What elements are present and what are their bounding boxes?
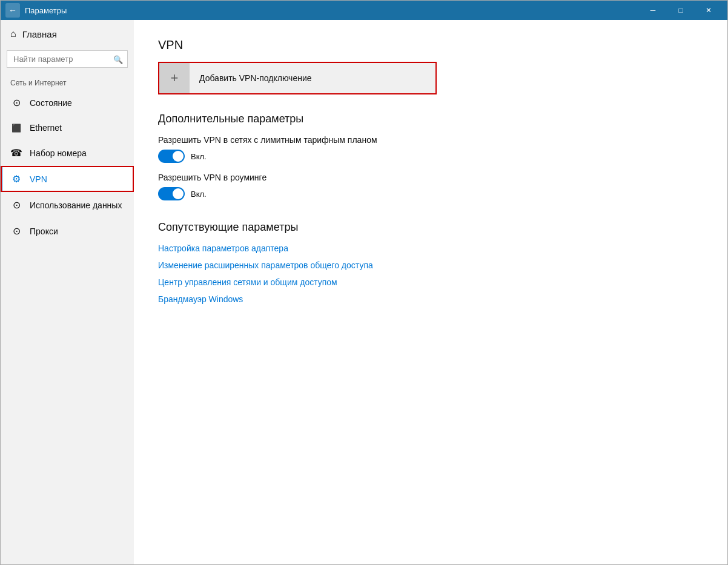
back-icon: ← [8, 5, 17, 15]
sidebar-search-container: 🔍 [7, 50, 128, 68]
toggle1-state: Вкл. [191, 152, 207, 161]
window-controls: ─ □ ✕ [639, 1, 723, 20]
search-icon: 🔍 [113, 55, 123, 64]
minimize-button[interactable]: ─ [639, 1, 667, 20]
titlebar-left: ← Параметры [5, 3, 67, 18]
sidebar-item-proxy[interactable]: ⊙ Прокси [1, 218, 134, 244]
main-content: VPN + Добавить VPN-подключение Дополните… [134, 20, 727, 564]
sidebar-item-ethernet[interactable]: ⬛ Ethernet [1, 116, 134, 140]
maximize-button[interactable]: □ [667, 1, 695, 20]
back-button[interactable]: ← [5, 3, 20, 18]
toggle2-inline: Вкл. [158, 187, 703, 200]
toggle1-inline: Вкл. [158, 150, 703, 163]
sidebar-item-status[interactable]: ⊙ Состояние [1, 90, 134, 116]
advanced-section-title: Дополнительные параметры [158, 113, 703, 125]
related-link-3[interactable]: Брандмауэр Windows [158, 294, 703, 304]
ethernet-icon: ⬛ [10, 124, 22, 133]
related-link-1[interactable]: Изменение расширенных параметров общего … [158, 260, 703, 270]
sidebar-item-data[interactable]: ⊙ Использование данных [1, 192, 134, 218]
add-vpn-button[interactable]: + Добавить VPN-подключение [159, 63, 435, 93]
status-icon: ⊙ [10, 97, 22, 108]
toggle2-row: Разрешить VPN в роуминге Вкл. [158, 173, 703, 200]
add-vpn-wrapper: + Добавить VPN-подключение [158, 62, 437, 94]
titlebar: ← Параметры ─ □ ✕ [1, 1, 727, 20]
sidebar-label-status: Состояние [30, 98, 72, 108]
related-links-container: Настройка параметров адаптера Изменение … [158, 243, 703, 304]
plus-symbol: + [171, 70, 179, 86]
toggle1-row: Разрешить VPN в сетях с лимитным тарифны… [158, 135, 703, 163]
sidebar-label-ethernet: Ethernet [30, 123, 62, 133]
related-section-title: Сопутствующие параметры [158, 221, 703, 234]
sidebar-label-data: Использование данных [30, 200, 122, 210]
toggle2-state: Вкл. [191, 190, 207, 199]
toggle1[interactable] [158, 150, 185, 163]
add-vpn-label: Добавить VPN-подключение [190, 73, 322, 83]
sidebar: ⌂ Главная 🔍 Сеть и Интернет ⊙ Состояние … [1, 20, 134, 564]
related-link-2[interactable]: Центр управления сетями и общим доступом [158, 277, 703, 287]
sidebar-item-home[interactable]: ⌂ Главная [1, 20, 134, 48]
sidebar-label-dialup: Набор номера [30, 148, 87, 158]
sidebar-item-vpn-wrapper: ⚙ VPN [1, 166, 134, 192]
toggle2-label: Разрешить VPN в роуминге [158, 173, 703, 182]
search-input[interactable] [7, 50, 128, 68]
vpn-section-title: VPN [158, 38, 703, 52]
toggle1-label: Разрешить VPN в сетях с лимитным тарифны… [158, 135, 703, 145]
dialup-icon: ☎ [10, 147, 22, 159]
sidebar-section-label: Сеть и Интернет [1, 74, 134, 90]
close-button[interactable]: ✕ [695, 1, 723, 20]
sidebar-item-dialup[interactable]: ☎ Набор номера [1, 140, 134, 166]
data-icon: ⊙ [10, 199, 22, 211]
vpn-icon: ⚙ [10, 173, 22, 185]
home-label: Главная [22, 29, 57, 39]
window-title: Параметры [25, 6, 67, 15]
app-window: ← Параметры ─ □ ✕ ⌂ Главная 🔍 Сеть и Инт… [0, 0, 728, 565]
related-link-0[interactable]: Настройка параметров адаптера [158, 243, 703, 253]
content-area: ⌂ Главная 🔍 Сеть и Интернет ⊙ Состояние … [1, 20, 727, 564]
proxy-icon: ⊙ [10, 225, 22, 237]
add-vpn-plus-icon: + [159, 63, 190, 93]
sidebar-label-proxy: Прокси [30, 226, 58, 236]
home-icon: ⌂ [10, 28, 16, 39]
sidebar-label-vpn: VPN [30, 174, 47, 184]
toggle2[interactable] [158, 187, 185, 200]
sidebar-item-vpn[interactable]: ⚙ VPN [1, 166, 134, 192]
